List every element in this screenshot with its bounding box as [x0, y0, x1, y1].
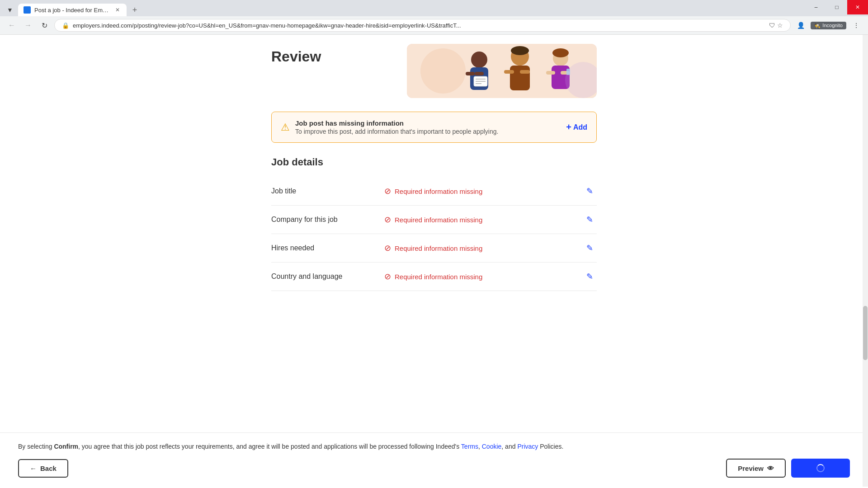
terms-link[interactable]: Terms	[461, 443, 478, 450]
header-area: Review	[271, 44, 597, 98]
job-title-row: Job title ⊘ Required information missing…	[271, 177, 597, 206]
url-text: employers.indeed.com/p/posting/review-jo…	[73, 22, 765, 29]
forward-nav-button[interactable]: →	[22, 19, 34, 32]
tab-switcher-button[interactable]: ▼	[4, 4, 16, 16]
error-icon-2: ⊘	[384, 215, 391, 225]
plus-icon: +	[566, 122, 571, 132]
error-icon: ⊘	[384, 186, 391, 196]
bottom-bar: By selecting Confirm, you agree that thi…	[0, 432, 868, 487]
company-label: Company for this job	[271, 216, 384, 224]
loading-spinner	[816, 464, 825, 472]
job-title-error: Required information missing	[395, 188, 482, 195]
back-button[interactable]: ← Back	[18, 459, 68, 478]
address-bar-row: ← → ↻ 🔒 employers.indeed.com/p/posting/r…	[0, 16, 868, 34]
privacy-link[interactable]: Privacy	[517, 443, 538, 450]
job-title-value: ⊘ Required information missing	[384, 186, 583, 196]
back-arrow-icon: ←	[30, 465, 37, 472]
svg-rect-13	[520, 70, 530, 74]
back-nav-button[interactable]: ←	[5, 19, 18, 32]
svg-point-1	[471, 52, 487, 68]
page-content: Review	[0, 35, 868, 487]
section-title: Job details	[271, 156, 597, 168]
warning-icon: ⚠	[281, 122, 290, 133]
hires-needed-label: Hires needed	[271, 244, 384, 252]
error-icon-3: ⊘	[384, 243, 391, 253]
bookmark-icon[interactable]: ☆	[777, 22, 783, 29]
bottom-actions: ← Back Preview 👁	[18, 459, 850, 478]
add-label: Add	[573, 123, 587, 131]
svg-point-10	[511, 46, 529, 55]
svg-rect-4	[475, 72, 484, 75]
hires-needed-value: ⊘ Required information missing	[384, 243, 583, 253]
tab-bar: ▼ Post a job - Indeed for Employ... ✕ +	[0, 0, 868, 16]
svg-rect-12	[504, 70, 514, 74]
company-error: Required information missing	[395, 216, 482, 224]
tab-close-button[interactable]: ✕	[114, 6, 121, 14]
legal-text: By selecting Confirm, you agree that thi…	[18, 442, 850, 451]
svg-rect-3	[466, 72, 475, 75]
country-language-value: ⊘ Required information missing	[384, 272, 583, 282]
confirm-bold: Confirm	[54, 443, 78, 450]
country-language-error: Required information missing	[395, 273, 482, 281]
address-bar-icons: 🛡 ☆	[769, 22, 783, 29]
new-tab-button[interactable]: +	[128, 4, 141, 16]
reload-button[interactable]: ↻	[38, 19, 51, 32]
job-title-edit-button[interactable]: ✎	[583, 184, 597, 198]
scroll-thumb[interactable]	[863, 306, 868, 360]
hires-needed-error: Required information missing	[395, 244, 482, 252]
security-icon: 🛡	[769, 22, 775, 29]
svg-rect-11	[510, 66, 530, 90]
header-illustration	[407, 44, 597, 98]
tab-title: Post a job - Indeed for Employ...	[34, 7, 110, 14]
country-language-edit-button[interactable]: ✎	[583, 270, 597, 283]
warning-description: To improve this post, add information th…	[295, 128, 561, 135]
back-label: Back	[40, 465, 57, 472]
scroll-track[interactable]	[863, 35, 868, 487]
active-tab[interactable]: Post a job - Indeed for Employ... ✕	[18, 4, 127, 16]
profile-button[interactable]: 👤	[794, 19, 807, 32]
country-language-row: Country and language ⊘ Required informat…	[271, 263, 597, 291]
preview-label: Preview	[738, 465, 764, 472]
cookie-link[interactable]: Cookie	[482, 443, 502, 450]
maximize-button[interactable]: □	[826, 0, 847, 14]
warning-title: Job post has missing information	[295, 119, 561, 127]
job-details-section: Job details Job title ⊘ Required informa…	[271, 156, 597, 291]
incognito-badge: 🕵 Incognito	[811, 22, 846, 29]
warning-banner: ⚠ Job post has missing information To im…	[271, 112, 597, 143]
svg-point-20	[420, 48, 466, 94]
address-bar[interactable]: 🔒 employers.indeed.com/p/posting/review-…	[54, 19, 791, 32]
preview-button[interactable]: Preview 👁	[726, 459, 786, 478]
company-value: ⊘ Required information missing	[384, 215, 583, 225]
country-language-label: Country and language	[271, 272, 384, 281]
svg-rect-17	[546, 71, 555, 75]
job-title-label: Job title	[271, 187, 384, 195]
close-button[interactable]: ✕	[847, 0, 868, 14]
confirm-button[interactable]	[791, 459, 850, 478]
add-missing-info-button[interactable]: + Add	[566, 122, 587, 132]
warning-content: Job post has missing information To impr…	[295, 119, 561, 135]
error-icon-4: ⊘	[384, 272, 391, 282]
minimize-button[interactable]: –	[806, 0, 826, 14]
company-edit-button[interactable]: ✎	[583, 213, 597, 226]
company-row: Company for this job ⊘ Required informat…	[271, 206, 597, 234]
eye-icon: 👁	[767, 465, 774, 472]
hires-needed-row: Hires needed ⊘ Required information miss…	[271, 234, 597, 263]
extensions-button[interactable]: ⋮	[850, 19, 863, 32]
svg-point-15	[552, 48, 569, 57]
right-actions: Preview 👁	[726, 459, 850, 478]
page-title: Review	[271, 44, 321, 65]
tab-favicon	[24, 6, 31, 14]
hires-needed-edit-button[interactable]: ✎	[583, 241, 597, 255]
